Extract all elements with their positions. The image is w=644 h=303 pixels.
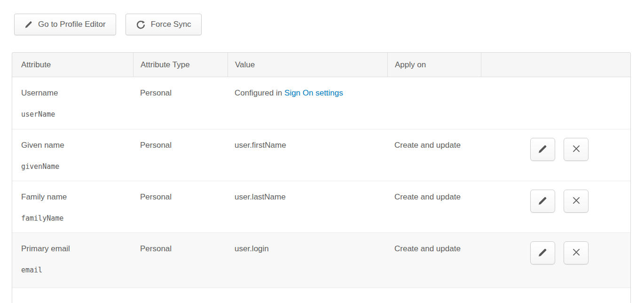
apply-on-cell: Create and update	[387, 233, 481, 287]
force-sync-button[interactable]: Force Sync	[126, 14, 202, 35]
apply-on-cell: Create and update	[387, 181, 481, 232]
remove-attribute-button[interactable]	[564, 138, 589, 161]
close-icon	[571, 144, 581, 155]
pencil-icon	[538, 144, 548, 155]
actions-cell	[481, 77, 630, 129]
attribute-cell: Family name familyName	[12, 181, 133, 232]
table-row-partial	[12, 287, 630, 303]
table-row-family-name: Family name familyName Personal user.las…	[12, 181, 630, 232]
pencil-icon	[538, 247, 548, 259]
go-to-profile-editor-label: Go to Profile Editor	[38, 20, 106, 29]
attribute-cell: Given name givenName	[12, 129, 133, 181]
refresh-icon	[136, 20, 146, 30]
attribute-label: Primary email	[21, 243, 128, 255]
value-text: Configured in	[235, 88, 282, 97]
value-cell: Configured inSign On settings	[228, 77, 387, 129]
attribute-cell: Username userName	[12, 77, 133, 129]
apply-on-cell	[387, 77, 481, 129]
header-attribute: Attribute	[12, 53, 133, 77]
attribute-label: Given name	[21, 140, 128, 151]
actions-cell	[481, 181, 630, 232]
table-row-given-name: Given name givenName Personal user.first…	[12, 129, 630, 181]
attribute-variable: givenName	[21, 161, 128, 172]
attribute-type-cell: Personal	[133, 77, 228, 129]
value-cell: user.login	[228, 233, 387, 287]
table-header: Attribute Attribute Type Value Apply on	[12, 53, 630, 77]
attribute-type-cell: Personal	[133, 233, 228, 287]
actions-cell	[481, 233, 630, 287]
actions-cell	[481, 129, 630, 181]
header-value: Value	[228, 53, 387, 77]
attribute-cell: Primary email email	[12, 233, 133, 287]
attribute-variable: familyName	[21, 213, 128, 224]
table-row-primary-email: Primary email email Personal user.login …	[12, 232, 630, 287]
attribute-type-cell: Personal	[133, 181, 228, 232]
value-cell: user.lastName	[228, 181, 387, 232]
edit-attribute-button[interactable]	[530, 190, 555, 213]
table-row-username: Username userName Personal Configured in…	[12, 77, 630, 129]
header-actions	[481, 53, 630, 77]
sign-on-settings-link[interactable]: Sign On settings	[284, 88, 343, 97]
header-attribute-type: Attribute Type	[133, 53, 228, 77]
value-cell: user.firstName	[228, 129, 387, 181]
remove-attribute-button[interactable]	[564, 190, 589, 213]
edit-attribute-button[interactable]	[530, 241, 555, 264]
header-apply-on: Apply on	[387, 53, 481, 77]
apply-on-cell: Create and update	[387, 129, 481, 181]
attribute-type-cell: Personal	[133, 129, 228, 181]
attribute-variable: userName	[21, 109, 128, 120]
remove-attribute-button[interactable]	[564, 241, 589, 264]
attribute-variable: email	[21, 264, 128, 276]
close-icon	[571, 195, 581, 207]
attribute-label: Username	[21, 88, 128, 99]
close-icon	[571, 247, 581, 259]
go-to-profile-editor-button[interactable]: Go to Profile Editor	[14, 14, 116, 35]
force-sync-label: Force Sync	[151, 20, 191, 29]
edit-attribute-button[interactable]	[530, 138, 555, 161]
attributes-table: Attribute Attribute Type Value Apply on …	[12, 52, 631, 303]
attribute-label: Family name	[21, 191, 128, 203]
toolbar: Go to Profile Editor Force Sync	[14, 14, 644, 35]
pencil-icon	[24, 20, 33, 29]
pencil-icon	[538, 196, 548, 207]
